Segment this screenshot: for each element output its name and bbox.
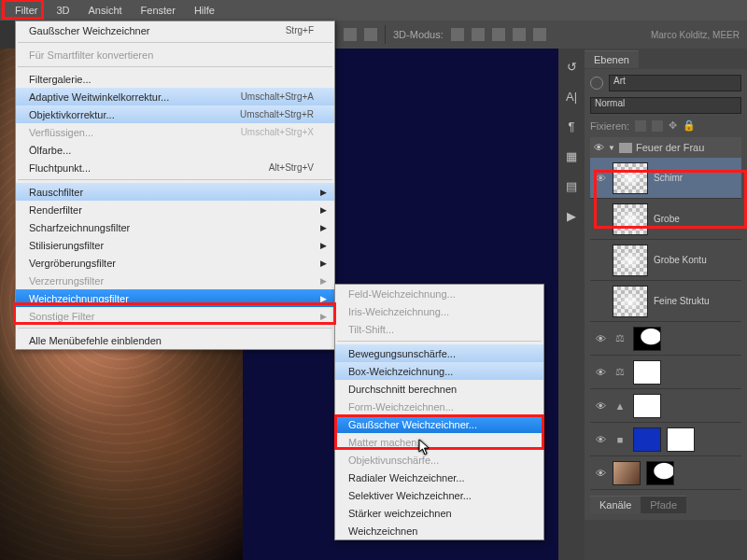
3d-slide-icon[interactable] xyxy=(513,28,526,41)
submenu-item[interactable]: Radialer Weichzeichner... xyxy=(335,469,543,486)
tool-icon[interactable] xyxy=(344,28,357,41)
filter-menu-item[interactable]: Weichzeichnungsfilter▶ xyxy=(16,289,334,307)
layer-mask-thumbnail[interactable] xyxy=(633,360,661,385)
submenu-item: Tilt-Shift... xyxy=(335,320,543,338)
menu-window[interactable]: Fenster xyxy=(132,2,185,19)
adjustment-layer-row[interactable]: 👁▲ xyxy=(590,389,741,423)
adjustment-icon: ⚖ xyxy=(613,332,627,345)
filter-menu-item: Verflüssigen...Umschalt+Strg+X xyxy=(16,123,334,141)
history-panel-icon[interactable]: ↺ xyxy=(563,58,580,75)
filter-menu-item[interactable]: Stilisierungsfilter▶ xyxy=(16,236,334,254)
paragraph-panel-icon[interactable]: ¶ xyxy=(563,118,580,134)
layer-row[interactable]: Grobe xyxy=(590,199,741,240)
folder-icon xyxy=(619,143,632,153)
layer-row[interactable]: Grobe Kontu xyxy=(590,240,741,281)
filter-menu-item[interactable]: Scharfzeichnungsfilter▶ xyxy=(16,218,334,236)
3d-roll-icon[interactable] xyxy=(472,28,485,41)
filter-menu-item[interactable]: Vergröberungsfilter▶ xyxy=(16,254,334,272)
filter-menu-item[interactable]: Ölfarbe... xyxy=(16,141,334,159)
group-name: Feuer der Frau xyxy=(636,142,704,153)
character-panel-icon[interactable]: A| xyxy=(563,88,580,105)
submenu-item[interactable]: Bewegungsunschärfe... xyxy=(335,344,543,362)
layer-thumbnail[interactable] xyxy=(613,286,648,317)
lock-label: Fixieren: xyxy=(590,120,629,132)
layer-row[interactable]: 👁Schimr xyxy=(590,158,741,199)
layer-thumbnail[interactable] xyxy=(613,245,648,276)
layer-mask-thumbnail[interactable] xyxy=(667,427,695,452)
channels-tab[interactable]: Kanäle xyxy=(590,496,641,513)
3d-scale-icon[interactable] xyxy=(533,28,546,41)
filter-menu-item[interactable]: Adaptive Weitwinkelkorrektur...Umschalt+… xyxy=(16,88,334,105)
mouse-cursor xyxy=(418,439,431,455)
weichzeichnungsfilter-submenu: Feld-Weichzeichnung...Iris-Weichzeichnun… xyxy=(334,284,544,540)
3d-pan-icon[interactable] xyxy=(492,28,505,41)
lock-transparency-icon[interactable] xyxy=(635,120,646,132)
adjustment-layer-row[interactable]: 👁 xyxy=(590,456,741,490)
tool-icon[interactable] xyxy=(364,28,377,41)
layer-name: Grobe xyxy=(654,214,680,224)
filter-menu-item[interactable]: Filtergalerie... xyxy=(16,70,334,88)
layers-panel-tab[interactable]: Ebenen xyxy=(585,50,639,68)
lock-all-icon[interactable]: 🔒 xyxy=(683,119,696,132)
layer-name: Schimr xyxy=(654,173,683,183)
filter-menu-item[interactable]: Renderfilter▶ xyxy=(16,201,334,218)
submenu-item: Feld-Weichzeichnung... xyxy=(335,285,543,302)
visibility-eye-icon[interactable]: 👁 xyxy=(594,173,607,184)
adjustment-icon: ■ xyxy=(613,433,627,446)
swatches-panel-icon[interactable]: ▦ xyxy=(563,147,580,164)
3d-mode-label: 3D-Modus: xyxy=(393,29,444,40)
submenu-item[interactable]: Stärker weichzeichnen xyxy=(335,504,543,522)
paths-tab[interactable]: Pfade xyxy=(641,496,686,513)
filter-menu-dropdown: Gaußscher WeichzeichnerStrg+FFür Smartfi… xyxy=(15,21,335,350)
layer-mask-thumbnail[interactable] xyxy=(633,327,661,351)
lock-row: Fixieren: ✥ 🔒 xyxy=(590,119,741,132)
adjustment-layer-row[interactable]: 👁⚖ xyxy=(590,322,741,356)
filter-menu-item[interactable]: Gaußscher WeichzeichnerStrg+F xyxy=(16,21,334,39)
submenu-item: Matter machen... xyxy=(335,433,543,451)
submenu-item[interactable]: Box-Weichzeichnung... xyxy=(335,362,543,380)
submenu-item: Objektivunschärfe... xyxy=(335,451,543,469)
filter-menu-item[interactable]: Objektivkorrektur...Umschalt+Strg+R xyxy=(16,105,334,123)
layer-mask-thumbnail[interactable] xyxy=(633,394,661,418)
layer-group[interactable]: 👁▼Feuer der Frau xyxy=(590,137,741,158)
submenu-item[interactable]: Durchschnitt berechnen xyxy=(335,380,543,398)
submenu-item: Form-Weichzeichnen... xyxy=(335,398,543,415)
filter-menu-item: Sonstige Filter▶ xyxy=(16,307,334,325)
document-title: Marco Kolditz, MEER xyxy=(651,30,740,40)
menu-view[interactable]: Ansicht xyxy=(79,2,132,19)
layer-thumbnail[interactable] xyxy=(613,203,648,235)
layer-name: Feine Struktu xyxy=(654,296,709,306)
right-panels: Ebenen Art Normal Fixieren: ✥ 🔒 👁▼Feuer … xyxy=(585,49,747,560)
submenu-item[interactable]: Weichzeichnen xyxy=(335,522,543,539)
menu-3d[interactable]: 3D xyxy=(47,2,78,19)
adjustment-layer-row[interactable]: 👁■ xyxy=(590,423,741,456)
filter-menu-item[interactable]: Alle Menübefehle einblenden xyxy=(16,331,334,349)
3d-rotate-icon[interactable] xyxy=(451,28,464,41)
submenu-item: Iris-Weichzeichnung... xyxy=(335,302,543,320)
panel-icon[interactable]: ▤ xyxy=(563,177,580,194)
layer-row[interactable]: Feine Struktu xyxy=(590,281,741,322)
layer-mask-thumbnail[interactable] xyxy=(646,461,674,485)
submenu-item[interactable]: Gaußscher Weichzeichner... xyxy=(335,415,543,433)
adjustment-icon: ▲ xyxy=(613,399,627,413)
lock-position-icon[interactable]: ✥ xyxy=(669,119,677,132)
submenu-item[interactable]: Selektiver Weichzeichner... xyxy=(335,486,543,504)
filter-menu-item[interactable]: Rauschfilter▶ xyxy=(16,183,334,201)
collapsed-panels-dock: ↺ A| ¶ ▦ ▤ ▶ xyxy=(558,49,585,560)
layer-filter-kind-dropdown[interactable]: Art xyxy=(609,75,741,91)
options-bar: 3D-Modus: Marco Kolditz, MEER xyxy=(336,21,747,49)
blend-mode-dropdown[interactable]: Normal xyxy=(590,97,741,114)
adjustment-layer-row[interactable]: 👁⚖ xyxy=(590,356,741,389)
visibility-eye-icon[interactable]: 👁 xyxy=(594,142,604,153)
layer-name: Grobe Kontu xyxy=(654,255,707,265)
filter-menu-item[interactable]: Fluchtpunkt...Alt+Strg+V xyxy=(16,159,334,176)
menu-filter[interactable]: Filter xyxy=(6,2,47,19)
lock-pixels-icon[interactable] xyxy=(652,120,663,132)
layer-filter-search-icon[interactable] xyxy=(590,77,603,90)
panel-tabs: Ebenen xyxy=(585,49,747,69)
play-panel-icon[interactable]: ▶ xyxy=(563,207,580,224)
adjustment-icon: ⚖ xyxy=(613,366,627,379)
menubar: Filter 3D Ansicht Fenster Hilfe xyxy=(0,0,747,21)
layer-thumbnail[interactable] xyxy=(613,162,648,194)
menu-help[interactable]: Hilfe xyxy=(185,2,224,19)
